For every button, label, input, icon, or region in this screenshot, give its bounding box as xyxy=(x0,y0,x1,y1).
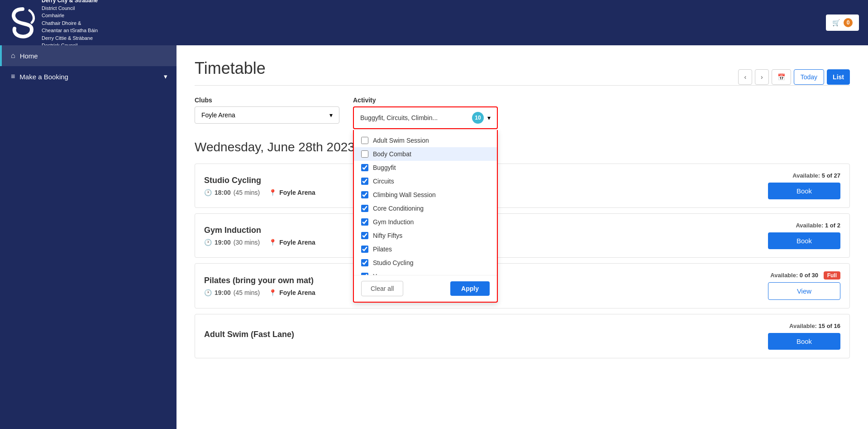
sidebar-booking-left: ≡ Make a Booking xyxy=(11,72,68,81)
activity-label-buggyfit: Buggyfit xyxy=(373,164,396,171)
activity-checkbox-buggyfit[interactable] xyxy=(361,164,368,171)
activity-label-pilates: Pilates xyxy=(373,246,392,253)
activity-chevron-icon: ▾ xyxy=(487,114,491,121)
session-book-button-3[interactable]: Book xyxy=(768,333,840,350)
session-time-1: 🕐 19:00 (30 mins) xyxy=(204,239,260,246)
nav-buttons: ‹ › 📅 Today List xyxy=(738,69,850,85)
activity-filter-group: Activity Buggyfit, Circuits, Climbin... … xyxy=(353,96,498,129)
next-button[interactable]: › xyxy=(755,69,769,85)
dropdown-actions: Clear all Apply xyxy=(354,275,497,302)
full-badge: Full xyxy=(824,271,840,280)
activity-checkbox-adult-swim[interactable] xyxy=(361,137,368,144)
session-cards: Studio Cycling🕐 18:00 (45 mins)📍 Foyle A… xyxy=(195,164,850,358)
activity-item-core-conditioning[interactable]: Core Conditioning xyxy=(354,202,497,215)
activity-item-studio-cycling[interactable]: Studio Cycling xyxy=(354,256,497,270)
session-book-button-0[interactable]: Book xyxy=(768,183,840,199)
chevron-down-icon: ▾ xyxy=(164,72,167,81)
header: Derry City & Strabane District Council C… xyxy=(0,0,868,45)
today-button[interactable]: Today xyxy=(794,69,824,85)
session-location-2: 📍 Foyle Arena xyxy=(269,289,315,296)
activity-label-climbing-wall: Climbing Wall Session xyxy=(373,191,436,198)
session-actions-2: Available: 0 of 30 FullView xyxy=(768,272,840,300)
session-location-0: 📍 Foyle Arena xyxy=(269,189,315,196)
session-card-2: Pilates (bring your own mat)🕐 19:00 (45 … xyxy=(195,263,850,308)
activity-label: Activity xyxy=(353,96,498,104)
pin-icon: 📍 xyxy=(269,189,277,196)
logo-area: Derry City & Strabane District Council C… xyxy=(9,0,98,49)
activity-label-core-conditioning: Core Conditioning xyxy=(373,205,424,212)
session-actions-0: Available: 5 of 27Book xyxy=(768,172,840,199)
sidebar-item-booking[interactable]: ≡ Make a Booking ▾ xyxy=(0,66,176,87)
main-content: Timetable ‹ › 📅 Today List Clubs Foyle A… xyxy=(176,45,868,429)
activity-checkbox-gym-induction[interactable] xyxy=(361,218,368,226)
activity-dropdown-panel: Adult Swim SessionBody CombatBuggyfitCir… xyxy=(353,130,498,303)
logo-text: Derry City & Strabane District Council C… xyxy=(42,0,98,49)
sidebar-item-booking-label: Make a Booking xyxy=(19,73,68,81)
clubs-value: Foyle Arena xyxy=(201,111,235,119)
home-icon: ⌂ xyxy=(11,52,15,60)
session-available-1: Available: 1 of 2 xyxy=(796,222,840,229)
cart-icon: 🛒 xyxy=(832,19,840,26)
sidebar-item-home-label: Home xyxy=(20,52,38,60)
cart-button[interactable]: 🛒 0 xyxy=(826,14,859,31)
activity-item-body-combat[interactable]: Body Combat xyxy=(354,147,497,161)
list-button[interactable]: List xyxy=(827,69,850,85)
activity-checkbox-core-conditioning[interactable] xyxy=(361,205,368,212)
activity-label-yoga: Yoga xyxy=(373,273,387,275)
session-book-button-1[interactable]: Book xyxy=(768,232,840,249)
sidebar-item-home[interactable]: ⌂ Home xyxy=(0,45,176,66)
clock-icon: 🕐 xyxy=(204,189,212,196)
activity-item-gym-induction[interactable]: Gym Induction xyxy=(354,215,497,229)
clear-all-button[interactable]: Clear all xyxy=(361,281,403,296)
sidebar: ⌂ Home ≡ Make a Booking ▾ xyxy=(0,45,176,429)
pin-icon: 📍 xyxy=(269,289,277,296)
session-view-button-2[interactable]: View xyxy=(768,282,840,300)
activity-label-adult-swim: Adult Swim Session xyxy=(373,137,429,144)
controls-area: ‹ › 📅 Today List Clubs Foyle Arena ▾ xyxy=(195,96,850,140)
session-card-3: Adult Swim (Fast Lane)Available: 15 of 1… xyxy=(195,314,850,358)
clubs-label: Clubs xyxy=(195,96,339,104)
clubs-filter-group: Clubs Foyle Arena ▾ xyxy=(195,96,339,124)
session-actions-1: Available: 1 of 2Book xyxy=(768,222,840,249)
activity-checkbox-studio-cycling[interactable] xyxy=(361,259,368,266)
clock-icon: 🕐 xyxy=(204,289,212,296)
logo-icon xyxy=(9,7,36,39)
activity-checkbox-nifty-fiftys[interactable] xyxy=(361,232,368,239)
activity-label-circuits: Circuits xyxy=(373,178,394,185)
calendar-icon: 📅 xyxy=(777,73,785,81)
activity-item-circuits[interactable]: Circuits xyxy=(354,174,497,188)
prev-button[interactable]: ‹ xyxy=(738,69,752,85)
activity-item-pilates[interactable]: Pilates xyxy=(354,242,497,256)
session-name-3: Adult Swim (Fast Lane) xyxy=(204,330,768,339)
activity-checkbox-circuits[interactable] xyxy=(361,178,368,185)
activity-label-body-combat: Body Combat xyxy=(373,150,411,158)
apply-button[interactable]: Apply xyxy=(450,281,490,296)
activity-checkbox-pilates[interactable] xyxy=(361,246,368,253)
booking-icon: ≡ xyxy=(11,72,15,81)
session-info-3: Adult Swim (Fast Lane) xyxy=(204,330,768,343)
session-available-2: Available: 0 of 30 Full xyxy=(770,272,840,279)
activity-item-nifty-fiftys[interactable]: Nifty Fiftys xyxy=(354,229,497,242)
activity-checkbox-yoga[interactable] xyxy=(361,273,368,275)
cart-count: 0 xyxy=(844,18,853,27)
clock-icon: 🕐 xyxy=(204,239,212,246)
clubs-chevron-icon: ▾ xyxy=(329,111,333,119)
activity-count-badge: 10 xyxy=(472,112,484,124)
session-card-0: Studio Cycling🕐 18:00 (45 mins)📍 Foyle A… xyxy=(195,164,850,208)
session-location-1: 📍 Foyle Arena xyxy=(269,239,315,246)
activity-item-buggyfit[interactable]: Buggyfit xyxy=(354,161,497,174)
activity-item-climbing-wall[interactable]: Climbing Wall Session xyxy=(354,188,497,202)
activity-checkbox-body-combat[interactable] xyxy=(361,150,368,158)
activity-item-adult-swim[interactable]: Adult Swim Session xyxy=(354,134,497,147)
date-header: Wednesday, June 28th 2023 xyxy=(195,140,850,154)
session-time-0: 🕐 18:00 (45 mins) xyxy=(204,189,260,196)
session-time-2: 🕐 19:00 (45 mins) xyxy=(204,289,260,296)
activity-item-yoga[interactable]: Yoga xyxy=(354,270,497,275)
activity-trigger[interactable]: Buggyfit, Circuits, Climbin... 10 ▾ xyxy=(353,106,498,129)
activity-label-nifty-fiftys: Nifty Fiftys xyxy=(373,232,402,239)
activity-list: Adult Swim SessionBody CombatBuggyfitCir… xyxy=(354,130,497,275)
activity-label-studio-cycling: Studio Cycling xyxy=(373,259,414,266)
clubs-select[interactable]: Foyle Arena ▾ xyxy=(195,106,339,124)
calendar-button[interactable]: 📅 xyxy=(772,69,791,85)
activity-checkbox-climbing-wall[interactable] xyxy=(361,191,368,198)
